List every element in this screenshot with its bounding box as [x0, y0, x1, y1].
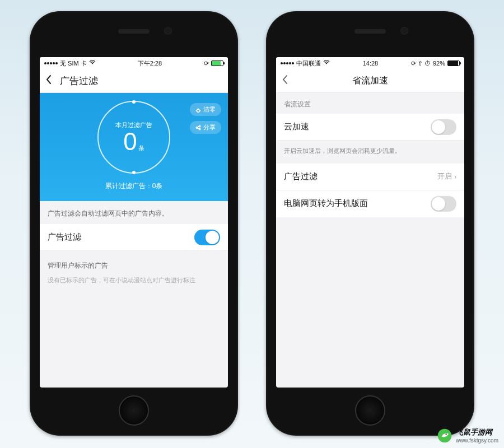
- screen-right: 中国联通 14:28 ⟳ ⇧ ⏱ 92% 省流加速 省流设置: [276, 57, 464, 388]
- back-button[interactable]: [45, 74, 58, 87]
- watermark-url: www.fsktgsy.com: [456, 437, 498, 444]
- battery-icon: [211, 60, 223, 66]
- adfilter-desc: 广告过滤会自动过滤网页中的广告内容。: [40, 201, 228, 224]
- hero-count: 0: [123, 129, 137, 154]
- signal-icon: [281, 62, 294, 64]
- eraser-icon: [195, 107, 201, 113]
- cloud-accel-label: 云加速: [284, 122, 309, 132]
- desktop-to-mobile-label: 电脑网页转为手机版面: [284, 198, 368, 209]
- adfilter-hero: 清零 分享 本月过滤广告 0 条 累计过滤广告：0条: [40, 93, 228, 201]
- hero-share-label: 分享: [203, 123, 216, 132]
- home-button[interactable]: [355, 395, 385, 426]
- hero-unit: 条: [138, 144, 144, 152]
- status-extra: ⟳: [204, 60, 209, 67]
- watermark-logo-icon: [437, 428, 452, 444]
- adfilter-toggle-row: 广告过滤: [40, 224, 228, 251]
- page-title: 广告过滤: [60, 74, 98, 87]
- cloud-accel-desc: 开启云加速后，浏览网页会消耗更少流量。: [276, 141, 464, 164]
- status-bar: 中国联通 14:28 ⟳ ⇧ ⏱ 92%: [276, 57, 464, 69]
- hero-total: 累计过滤广告：0条: [105, 181, 163, 191]
- nav-bar: 省流加速: [276, 69, 464, 93]
- back-button[interactable]: [282, 74, 294, 87]
- wifi-icon: [89, 60, 96, 67]
- svg-point-4: [446, 433, 447, 435]
- share-icon: [195, 125, 201, 130]
- adfilter-toggle-label: 广告过滤: [48, 232, 81, 242]
- nav-bar: 广告过滤: [40, 69, 228, 93]
- carrier-text: 中国联通: [296, 59, 321, 68]
- carrier-text: 无 SIM 卡: [60, 59, 87, 68]
- hero-ring-label: 本月过滤广告: [115, 121, 152, 129]
- watermark: 飞鼠手游网 www.fsktgsy.com: [437, 427, 498, 444]
- home-button[interactable]: [119, 395, 149, 426]
- signal-icon: [44, 62, 58, 64]
- watermark-brand: 飞鼠手游网: [456, 428, 492, 436]
- adfilter-nav-label: 广告过滤: [284, 171, 318, 182]
- wifi-icon: [323, 60, 330, 67]
- chevron-right-icon: ›: [454, 172, 456, 181]
- battery-text: 92%: [433, 60, 445, 67]
- adfilter-toggle[interactable]: [194, 230, 220, 245]
- desktop-to-mobile-row: 电脑网页转为手机版面: [276, 190, 464, 217]
- adfilter-nav-value: 开启: [437, 171, 452, 181]
- cloud-accel-toggle[interactable]: [431, 119, 456, 135]
- cloud-accel-row: 云加速: [276, 114, 464, 141]
- hero-clear-label: 清零: [203, 105, 216, 114]
- hero-share-button[interactable]: 分享: [190, 121, 221, 134]
- adfilter-nav-row[interactable]: 广告过滤 开启 ›: [276, 164, 464, 190]
- status-extra: ⟳ ⇧ ⏱: [411, 60, 431, 67]
- manage-empty: 没有已标示的广告，可在小说动漫站点对广告进行标注: [40, 276, 228, 284]
- hero-clear-button[interactable]: 清零: [190, 103, 221, 116]
- screen-left: 无 SIM 卡 下午2:28 ⟳ 广告过滤: [40, 57, 228, 388]
- battery-icon: [447, 60, 460, 66]
- status-time: 14:28: [363, 60, 379, 67]
- desktop-to-mobile-toggle[interactable]: [431, 196, 456, 212]
- group-title: 省流设置: [276, 93, 464, 114]
- hero-ring: 本月过滤广告 0 条: [97, 101, 170, 174]
- status-bar: 无 SIM 卡 下午2:28 ⟳: [40, 57, 228, 69]
- manage-title: 管理用户标示的广告: [40, 251, 228, 276]
- phone-right: 中国联通 14:28 ⟳ ⇧ ⏱ 92% 省流加速 省流设置: [266, 11, 474, 436]
- phone-left: 无 SIM 卡 下午2:28 ⟳ 广告过滤: [30, 11, 238, 436]
- status-time: 下午2:28: [138, 59, 162, 68]
- page-title: 省流加速: [352, 75, 388, 87]
